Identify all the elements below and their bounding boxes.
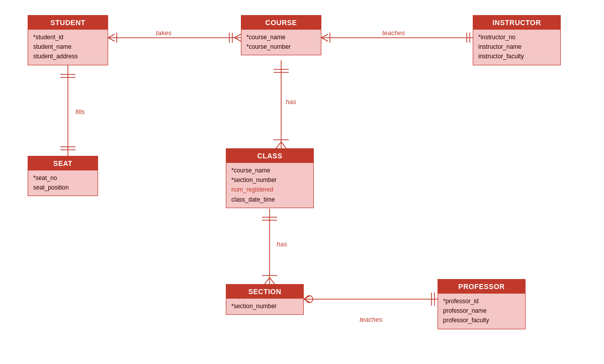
class-field-3: num_registered bbox=[231, 185, 308, 195]
instructor-field-2: instructor_name bbox=[478, 42, 555, 52]
has-course-class-label: has bbox=[286, 98, 296, 106]
diagram-container: takes teaches fills has has teaches STUD… bbox=[0, 0, 604, 364]
student-header: STUDENT bbox=[28, 16, 108, 30]
class-entity: CLASS *course_name *section_number num_r… bbox=[226, 148, 314, 208]
seat-header: SEAT bbox=[28, 156, 98, 170]
course-entity: COURSE *course_name *course_number bbox=[241, 15, 321, 55]
class-header: CLASS bbox=[226, 149, 313, 163]
class-field-2: *section_number bbox=[231, 175, 308, 185]
class-field-4: class_date_time bbox=[231, 195, 308, 205]
student-entity: STUDENT *student_id student_name student… bbox=[28, 15, 108, 65]
professor-field-1: *professor_id bbox=[443, 297, 520, 306]
teaches-section-label: teaches bbox=[360, 316, 383, 323]
course-header: COURSE bbox=[241, 16, 321, 30]
instructor-entity: INSTRUCTOR *instructor_no instructor_nam… bbox=[473, 15, 561, 65]
svg-line-22 bbox=[276, 142, 281, 148]
section-body: *section_number bbox=[226, 299, 303, 314]
student-field-3: student_address bbox=[33, 52, 103, 61]
student-field-2: student_name bbox=[33, 42, 103, 52]
professor-field-3: professor_faculty bbox=[443, 316, 520, 325]
class-field-1: *course_name bbox=[231, 166, 308, 175]
svg-line-3 bbox=[234, 34, 241, 38]
takes-label: takes bbox=[156, 29, 171, 37]
svg-line-10 bbox=[321, 38, 328, 41]
svg-line-1 bbox=[108, 34, 115, 38]
svg-line-34 bbox=[304, 299, 310, 303]
professor-entity: PROFESSOR *professor_id professor_name p… bbox=[438, 279, 526, 329]
student-body: *student_id student_name student_address bbox=[28, 30, 108, 65]
section-entity: SECTION *section_number bbox=[226, 284, 304, 315]
svg-line-9 bbox=[321, 34, 328, 38]
svg-line-23 bbox=[281, 142, 286, 148]
instructor-header: INSTRUCTOR bbox=[473, 16, 560, 30]
svg-line-33 bbox=[304, 296, 310, 299]
professor-body: *professor_id professor_name professor_f… bbox=[438, 294, 525, 329]
seat-body: *seat_no seat_position bbox=[28, 170, 98, 196]
professor-header: PROFESSOR bbox=[438, 280, 525, 294]
svg-line-27 bbox=[270, 278, 275, 284]
seat-field-1: *seat_no bbox=[33, 173, 93, 183]
seat-field-2: seat_position bbox=[33, 183, 93, 193]
instructor-body: *instructor_no instructor_name instructo… bbox=[473, 30, 560, 65]
course-field-2: *course_number bbox=[246, 42, 316, 52]
seat-entity: SEAT *seat_no seat_position bbox=[28, 156, 98, 196]
course-field-1: *course_name bbox=[246, 33, 316, 42]
fills-label: fills bbox=[75, 108, 85, 116]
instructor-field-3: instructor_faculty bbox=[478, 52, 555, 61]
has-class-section-label: has bbox=[277, 240, 287, 248]
class-body: *course_name *section_number num_registe… bbox=[226, 163, 313, 208]
professor-field-2: professor_name bbox=[443, 306, 520, 316]
student-field-1: *student_id bbox=[33, 33, 103, 42]
section-header: SECTION bbox=[226, 285, 303, 299]
svg-line-4 bbox=[234, 38, 241, 41]
instructor-field-1: *instructor_no bbox=[478, 33, 555, 42]
teaches-instructor-label: teaches bbox=[382, 29, 405, 37]
section-field-1: *section_number bbox=[231, 302, 298, 311]
svg-line-2 bbox=[108, 38, 115, 41]
course-body: *course_name *course_number bbox=[241, 30, 321, 55]
svg-line-26 bbox=[265, 278, 270, 284]
svg-point-32 bbox=[306, 296, 313, 303]
